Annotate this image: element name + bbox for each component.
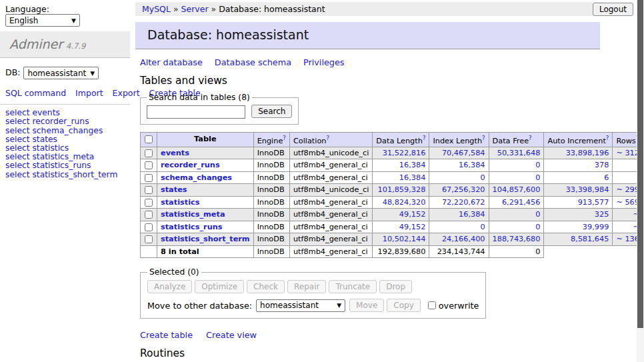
index-length-cell-link[interactable]: 72,220,672	[442, 198, 485, 207]
search-input[interactable]	[147, 105, 245, 119]
table-link-events[interactable]: events	[161, 149, 189, 157]
help-icon[interactable]: ?	[283, 135, 286, 141]
data-length-cell-link[interactable]: 31,522,816	[383, 149, 426, 157]
help-icon[interactable]: ?	[482, 135, 485, 141]
scrollbar-thumb[interactable]	[637, 0, 643, 328]
row-checkbox[interactable]	[145, 199, 153, 207]
help-icon[interactable]: ?	[606, 135, 609, 141]
link-alter-database[interactable]: Alter database	[140, 57, 203, 67]
scrollbar	[637, 0, 644, 362]
move-button[interactable]: Move	[349, 299, 384, 312]
sidebar: Language: English ▼ Adminer4.7.9 DB: hom…	[0, 0, 130, 179]
auto-increment-cell-link[interactable]: 8,581,645	[571, 235, 609, 243]
breadcrumb-server[interactable]: Server	[181, 4, 209, 14]
sidebar-item-select-statistics-short-term[interactable]: select statistics_short_term	[0, 171, 130, 179]
auto-increment-cell-link[interactable]: 325	[595, 210, 609, 219]
index-length-cell-link[interactable]: 24,166,400	[442, 235, 485, 243]
data-free-cell-link[interactable]: 0	[535, 223, 540, 231]
table-link-states[interactable]: states	[161, 185, 187, 194]
row-checkbox[interactable]	[145, 186, 153, 194]
check-button[interactable]: Check	[247, 280, 285, 293]
row-checkbox[interactable]	[145, 235, 153, 243]
logout-button[interactable]: Logout	[593, 3, 633, 16]
index-length-cell-link[interactable]: 0	[480, 223, 485, 231]
table-link-statistics-short-term[interactable]: statistics_short_term	[161, 235, 250, 243]
index-length-cell-link[interactable]: 16,384	[459, 161, 485, 169]
auto-increment-cell-link[interactable]: 913,577	[578, 198, 609, 207]
sidebar-action-sql-command[interactable]: SQL command	[5, 88, 66, 98]
help-icon[interactable]: ?	[529, 135, 532, 141]
data-free-cell: 0	[489, 171, 544, 184]
breadcrumb-mysql[interactable]: MySQL	[142, 4, 171, 14]
index-length-cell-link[interactable]: 70,467,584	[442, 149, 485, 157]
auto-increment-cell-link[interactable]: 33,898,196	[566, 149, 609, 157]
data-free-cell-link[interactable]: 0	[535, 161, 540, 169]
truncate-button[interactable]: Truncate	[329, 280, 377, 293]
data-length-cell-link[interactable]: 49,152	[399, 210, 426, 219]
data-free-cell-link[interactable]: 188,743,680	[493, 235, 541, 243]
sidebar-item-select-recorder-runs[interactable]: select recorder_runs	[0, 117, 130, 126]
link-privileges[interactable]: Privileges	[303, 57, 345, 67]
sidebar-item-select-states[interactable]: select states	[0, 135, 130, 144]
row-checkbox[interactable]	[145, 211, 153, 219]
data-free-cell-link[interactable]: 104,857,600	[493, 185, 541, 194]
analyze-button[interactable]: Analyze	[147, 280, 192, 293]
data-length-cell-link[interactable]: 10,502,144	[383, 235, 426, 243]
total-index-length-cell: 234,143,744	[429, 245, 489, 258]
row-checkbox[interactable]	[145, 174, 153, 182]
link-create-table[interactable]: Create table	[140, 330, 193, 340]
drop-button[interactable]: Drop	[379, 280, 412, 293]
data-length-cell-link[interactable]: 16,384	[399, 161, 426, 169]
collation-cell: utf8mb4_general_ci	[289, 233, 372, 246]
table-link-statistics-meta[interactable]: statistics_meta	[161, 210, 225, 219]
auto-increment-cell: 325	[544, 209, 613, 221]
index-length-cell-link[interactable]: 16,384	[459, 210, 485, 219]
overwrite-checkbox[interactable]	[428, 301, 436, 309]
help-icon[interactable]: ?	[423, 135, 426, 141]
data-length-cell-link[interactable]: 16,384	[399, 173, 426, 182]
data-length-cell-link[interactable]: 101,859,328	[378, 185, 426, 194]
help-icon[interactable]: ?	[327, 135, 330, 141]
sidebar-item-select-statistics-runs[interactable]: select statistics_runs	[0, 161, 130, 170]
link-create-view[interactable]: Create view	[206, 330, 257, 340]
engine-cell: InnoDB	[253, 159, 289, 172]
data-free-cell-link[interactable]: 0	[535, 210, 540, 219]
sidebar-action-export[interactable]: Export	[113, 88, 140, 98]
auto-increment-cell-link[interactable]: 33,398,984	[566, 185, 609, 194]
auto-increment-cell-link[interactable]: 6	[604, 173, 609, 182]
table-link-statistics[interactable]: statistics	[161, 198, 199, 207]
copy-button[interactable]: Copy	[387, 299, 420, 312]
data-free-cell-link[interactable]: 50,331,648	[497, 149, 541, 157]
index-length-cell-link[interactable]: 67,256,320	[442, 185, 485, 194]
table-link-statistics-runs[interactable]: statistics_runs	[161, 223, 222, 231]
sidebar-action-import[interactable]: Import	[75, 88, 103, 98]
data-length-cell-link[interactable]: 48,824,320	[383, 198, 426, 207]
auto-increment-cell: 913,577	[544, 196, 613, 209]
data-length-cell: 101,859,328	[373, 184, 429, 197]
database-links: Alter databaseDatabase schemaPrivileges	[140, 57, 613, 67]
table-row: schema_changesInnoDButf8mb4_general_ci16…	[141, 171, 644, 184]
language-select[interactable]: English ▼	[5, 14, 80, 27]
row-checkbox[interactable]	[145, 149, 153, 157]
optimize-button[interactable]: Optimize	[195, 280, 244, 293]
sidebar-item-select-schema-changes[interactable]: select schema_changes	[0, 127, 130, 135]
auto-increment-cell-link[interactable]: 378	[595, 161, 609, 169]
select-all-checkbox[interactable]	[145, 135, 153, 143]
data-free-cell: 0	[489, 159, 544, 172]
row-checkbox[interactable]	[145, 161, 153, 169]
link-database-schema[interactable]: Database schema	[215, 57, 291, 67]
db-select[interactable]: homeassistant ▼	[23, 67, 99, 79]
data-free-cell-link[interactable]: 6,291,456	[502, 198, 541, 207]
table-link-recorder-runs[interactable]: recorder_runs	[161, 161, 220, 169]
search-button[interactable]: Search	[251, 105, 292, 118]
auto-increment-cell-link[interactable]: 39,999	[583, 223, 609, 231]
move-db-select[interactable]: homeassistant ▼	[256, 299, 345, 312]
data-length-cell-link[interactable]: 49,152	[399, 223, 426, 231]
data-free-cell-link[interactable]: 0	[535, 173, 540, 182]
row-checkbox[interactable]	[145, 223, 153, 231]
index-length-cell-link[interactable]: 0	[480, 173, 485, 182]
selected-fieldset: Selected (0) AnalyzeOptimizeCheckRepairT…	[140, 267, 486, 319]
repair-button[interactable]: Repair	[287, 280, 326, 293]
table-link-schema-changes[interactable]: schema_changes	[161, 173, 232, 182]
data-free-cell: 104,857,600	[489, 184, 544, 197]
